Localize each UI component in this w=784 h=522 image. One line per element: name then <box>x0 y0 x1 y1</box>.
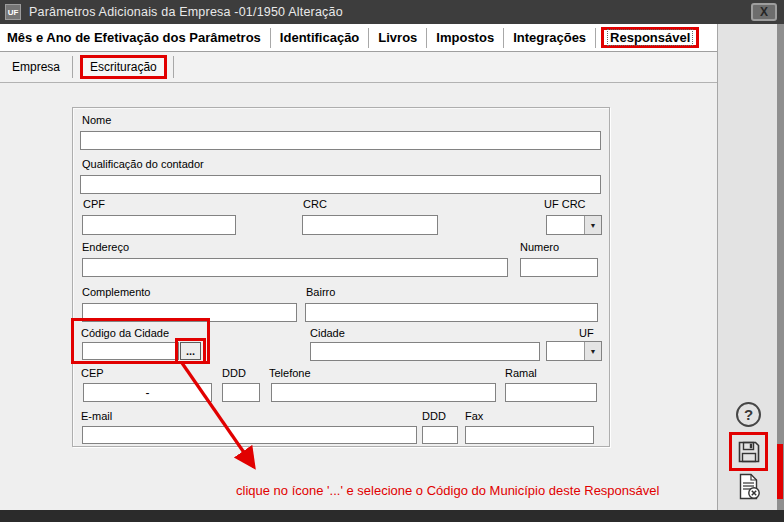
codigo-cidade-browse-button[interactable]: ... <box>180 342 201 360</box>
chevron-down-icon[interactable]: ▼ <box>584 216 601 234</box>
window-title: Parâmetros Adicionais da Empresa -01/195… <box>29 5 343 19</box>
window-right-border <box>777 24 784 510</box>
uf-crc-select[interactable]: ▼ <box>546 215 602 235</box>
bairro-label: Bairro <box>306 286 335 298</box>
help-icon[interactable]: ? <box>736 402 761 427</box>
email-input[interactable] <box>82 426 417 444</box>
cidade-input[interactable] <box>310 342 540 361</box>
telefone-input[interactable] <box>271 383 496 402</box>
subtab-separator <box>72 56 73 78</box>
tab-responsavel[interactable]: Responsável <box>601 27 699 48</box>
codigo-cidade-label: Código da Cidade <box>81 327 169 339</box>
tab-livros[interactable]: Livros <box>369 28 427 48</box>
app-icon: UF <box>5 4 21 20</box>
uf-crc-label: UF CRC <box>544 198 586 210</box>
crc-label: CRC <box>303 198 327 210</box>
telefone-label: Telefone <box>269 367 311 379</box>
codigo-cidade-input[interactable] <box>82 342 179 360</box>
bairro-input[interactable] <box>305 303 598 322</box>
cancel-document-icon[interactable] <box>735 473 762 500</box>
subtab-escrituracao[interactable]: Escrituração <box>80 55 167 79</box>
crc-input[interactable] <box>302 215 438 235</box>
bottom-bar <box>0 510 784 522</box>
ddd-fax-input[interactable] <box>422 426 458 444</box>
tab-responsavel-label: Responsável <box>608 30 692 45</box>
tab-identificacao[interactable]: Identificação <box>271 28 369 48</box>
ramal-input[interactable] <box>505 383 597 402</box>
email-label: E-mail <box>81 410 112 422</box>
save-icon[interactable] <box>737 440 761 464</box>
subtab-separator <box>173 56 174 78</box>
numero-label: Numero <box>520 241 559 253</box>
dialog-window: UF Parâmetros Adicionais da Empresa -01/… <box>0 0 784 522</box>
sub-tab-bar: Empresa Escrituração <box>0 52 717 83</box>
fax-label: Fax <box>465 410 483 422</box>
uf-select[interactable]: ▼ <box>546 341 602 361</box>
endereco-label: Endereço <box>82 241 129 253</box>
close-icon[interactable]: X <box>751 3 777 21</box>
cidade-label: Cidade <box>310 327 345 339</box>
action-sidebar <box>717 24 777 510</box>
chevron-down-icon[interactable]: ▼ <box>584 342 601 360</box>
tab-mes-ano-efetivacao[interactable]: Mês e Ano de Efetivação dos Parâmetros <box>0 28 271 48</box>
endereco-input[interactable] <box>82 258 508 277</box>
uf-label: UF <box>579 327 594 339</box>
ramal-label: Ramal <box>505 367 537 379</box>
cep-label: CEP <box>81 367 104 379</box>
complemento-input[interactable] <box>82 303 297 322</box>
ddd-telefone-label: DDD <box>222 367 246 379</box>
complemento-label: Complemento <box>82 286 150 298</box>
tab-integracoes[interactable]: Integrações <box>504 28 596 48</box>
qualificacao-label: Qualificação do contador <box>82 158 204 170</box>
subtab-empresa[interactable]: Empresa <box>0 60 72 74</box>
numero-input[interactable] <box>520 258 598 277</box>
fax-input[interactable] <box>465 426 594 444</box>
title-bar: UF Parâmetros Adicionais da Empresa -01/… <box>0 0 784 24</box>
main-tab-bar: Mês e Ano de Efetivação dos Parâmetros I… <box>0 24 717 52</box>
cpf-label: CPF <box>83 198 105 210</box>
cep-input[interactable] <box>83 383 212 402</box>
qualificacao-input[interactable] <box>80 175 601 194</box>
tab-impostos[interactable]: Impostos <box>427 28 504 48</box>
nome-label: Nome <box>82 114 111 126</box>
annotation-text: clique no ícone '...' e selecione o Códi… <box>236 483 659 498</box>
ddd-telefone-input[interactable] <box>222 383 260 402</box>
cpf-input[interactable] <box>82 215 236 235</box>
ddd-fax-label: DDD <box>422 410 446 422</box>
nome-input[interactable] <box>80 131 601 150</box>
